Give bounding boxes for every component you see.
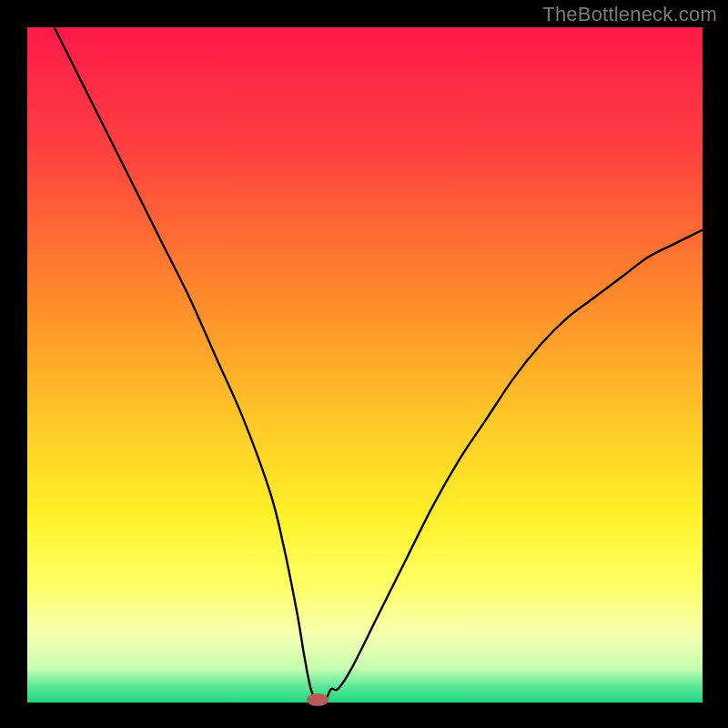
chart-svg [0,0,728,728]
bottleneck-chart [0,0,728,728]
chart-background [27,27,703,703]
optimum-marker [307,693,329,706]
watermark-text: TheBottleneck.com [542,3,717,26]
